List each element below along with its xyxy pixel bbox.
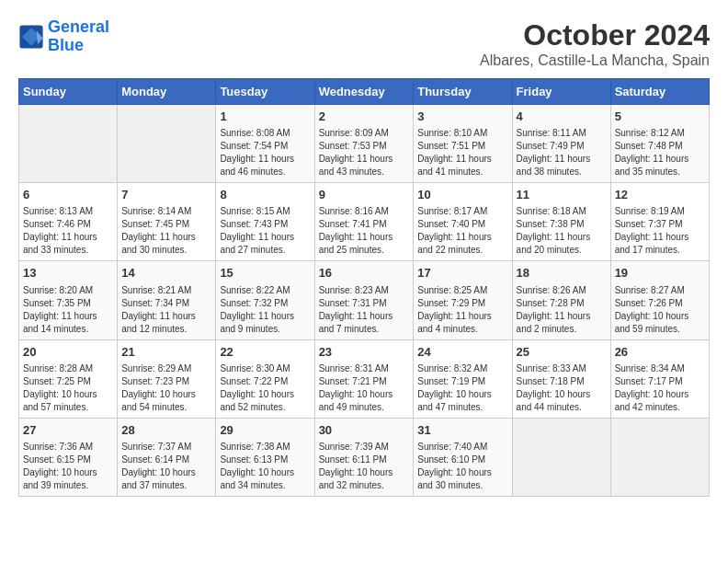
calendar-cell: 15Sunrise: 8:22 AM Sunset: 7:32 PM Dayli… bbox=[216, 261, 314, 339]
title-block: October 2024 Albares, Castille-La Mancha… bbox=[480, 18, 710, 69]
calendar-cell: 16Sunrise: 8:23 AM Sunset: 7:31 PM Dayli… bbox=[314, 261, 414, 339]
column-header-thursday: Thursday bbox=[414, 79, 512, 105]
day-info: Sunrise: 8:30 AM Sunset: 7:22 PM Dayligh… bbox=[220, 362, 310, 414]
day-number: 23 bbox=[319, 344, 410, 361]
calendar-cell bbox=[118, 105, 216, 183]
day-info: Sunrise: 8:33 AM Sunset: 7:18 PM Dayligh… bbox=[517, 362, 607, 414]
day-info: Sunrise: 7:38 AM Sunset: 6:13 PM Dayligh… bbox=[220, 441, 310, 492]
day-info: Sunrise: 8:28 AM Sunset: 7:25 PM Dayligh… bbox=[23, 362, 113, 414]
day-number: 6 bbox=[23, 187, 113, 203]
location-title: Albares, Castille-La Mancha, Spain bbox=[480, 52, 710, 69]
calendar-cell: 28Sunrise: 7:37 AM Sunset: 6:14 PM Dayli… bbox=[118, 418, 216, 496]
column-header-tuesday: Tuesday bbox=[216, 79, 314, 105]
calendar-cell bbox=[610, 418, 709, 496]
calendar-cell: 1Sunrise: 8:08 AM Sunset: 7:54 PM Daylig… bbox=[216, 105, 314, 183]
calendar-cell: 18Sunrise: 8:26 AM Sunset: 7:28 PM Dayli… bbox=[512, 261, 610, 339]
day-info: Sunrise: 8:15 AM Sunset: 7:43 PM Dayligh… bbox=[220, 205, 310, 257]
day-info: Sunrise: 8:09 AM Sunset: 7:53 PM Dayligh… bbox=[319, 127, 410, 178]
calendar-cell: 3Sunrise: 8:10 AM Sunset: 7:51 PM Daylig… bbox=[414, 105, 512, 183]
calendar-cell: 17Sunrise: 8:25 AM Sunset: 7:29 PM Dayli… bbox=[414, 261, 512, 339]
day-info: Sunrise: 8:19 AM Sunset: 7:37 PM Dayligh… bbox=[615, 205, 705, 257]
day-info: Sunrise: 8:14 AM Sunset: 7:45 PM Dayligh… bbox=[121, 205, 211, 257]
day-info: Sunrise: 8:17 AM Sunset: 7:40 PM Dayligh… bbox=[417, 205, 507, 257]
day-number: 26 bbox=[615, 344, 705, 361]
day-info: Sunrise: 8:34 AM Sunset: 7:17 PM Dayligh… bbox=[615, 362, 705, 414]
calendar-cell: 30Sunrise: 7:39 AM Sunset: 6:11 PM Dayli… bbox=[314, 418, 414, 496]
calendar-cell: 26Sunrise: 8:34 AM Sunset: 7:17 PM Dayli… bbox=[610, 339, 709, 418]
day-number: 14 bbox=[121, 265, 211, 282]
day-number: 15 bbox=[220, 265, 310, 282]
calendar-cell: 13Sunrise: 8:20 AM Sunset: 7:35 PM Dayli… bbox=[19, 261, 118, 339]
day-info: Sunrise: 8:27 AM Sunset: 7:26 PM Dayligh… bbox=[615, 284, 705, 336]
day-info: Sunrise: 8:12 AM Sunset: 7:48 PM Dayligh… bbox=[615, 127, 705, 178]
day-number: 20 bbox=[23, 344, 113, 361]
day-number: 16 bbox=[319, 265, 410, 282]
day-number: 22 bbox=[220, 344, 310, 361]
calendar-table: SundayMondayTuesdayWednesdayThursdayFrid… bbox=[18, 78, 710, 497]
day-number: 12 bbox=[615, 187, 705, 203]
column-header-monday: Monday bbox=[118, 79, 216, 105]
day-number: 4 bbox=[517, 109, 607, 125]
calendar-cell: 29Sunrise: 7:38 AM Sunset: 6:13 PM Dayli… bbox=[216, 418, 314, 496]
day-info: Sunrise: 8:23 AM Sunset: 7:31 PM Dayligh… bbox=[319, 284, 410, 336]
day-number: 5 bbox=[615, 109, 705, 125]
calendar-header-row: SundayMondayTuesdayWednesdayThursdayFrid… bbox=[19, 79, 710, 105]
day-info: Sunrise: 8:31 AM Sunset: 7:21 PM Dayligh… bbox=[319, 362, 410, 414]
day-info: Sunrise: 8:18 AM Sunset: 7:38 PM Dayligh… bbox=[517, 205, 607, 257]
day-number: 30 bbox=[319, 422, 410, 439]
day-number: 10 bbox=[417, 187, 507, 203]
column-header-sunday: Sunday bbox=[19, 79, 118, 105]
calendar-cell: 23Sunrise: 8:31 AM Sunset: 7:21 PM Dayli… bbox=[314, 339, 414, 418]
calendar-cell bbox=[512, 418, 610, 496]
day-info: Sunrise: 8:11 AM Sunset: 7:49 PM Dayligh… bbox=[517, 127, 607, 178]
calendar-week-row: 20Sunrise: 8:28 AM Sunset: 7:25 PM Dayli… bbox=[19, 339, 710, 418]
day-info: Sunrise: 8:22 AM Sunset: 7:32 PM Dayligh… bbox=[220, 284, 310, 336]
day-number: 28 bbox=[121, 422, 211, 439]
calendar-cell bbox=[19, 105, 118, 183]
calendar-cell: 19Sunrise: 8:27 AM Sunset: 7:26 PM Dayli… bbox=[610, 261, 709, 339]
day-number: 25 bbox=[517, 344, 607, 361]
day-number: 2 bbox=[319, 109, 410, 125]
day-info: Sunrise: 8:10 AM Sunset: 7:51 PM Dayligh… bbox=[417, 127, 507, 178]
calendar-cell: 25Sunrise: 8:33 AM Sunset: 7:18 PM Dayli… bbox=[512, 339, 610, 418]
calendar-cell: 11Sunrise: 8:18 AM Sunset: 7:38 PM Dayli… bbox=[512, 183, 610, 261]
day-number: 24 bbox=[417, 344, 507, 361]
logo: General Blue bbox=[18, 18, 109, 55]
day-number: 27 bbox=[23, 422, 113, 439]
calendar-cell: 20Sunrise: 8:28 AM Sunset: 7:25 PM Dayli… bbox=[19, 339, 118, 418]
calendar-cell: 7Sunrise: 8:14 AM Sunset: 7:45 PM Daylig… bbox=[118, 183, 216, 261]
day-number: 29 bbox=[220, 422, 310, 439]
day-number: 18 bbox=[517, 265, 607, 282]
day-number: 17 bbox=[417, 265, 507, 282]
calendar-cell: 22Sunrise: 8:30 AM Sunset: 7:22 PM Dayli… bbox=[216, 339, 314, 418]
day-info: Sunrise: 8:25 AM Sunset: 7:29 PM Dayligh… bbox=[417, 284, 507, 336]
column-header-saturday: Saturday bbox=[610, 79, 709, 105]
day-info: Sunrise: 8:21 AM Sunset: 7:34 PM Dayligh… bbox=[121, 284, 211, 336]
calendar-cell: 12Sunrise: 8:19 AM Sunset: 7:37 PM Dayli… bbox=[610, 183, 709, 261]
day-info: Sunrise: 8:20 AM Sunset: 7:35 PM Dayligh… bbox=[23, 284, 113, 336]
calendar-cell: 2Sunrise: 8:09 AM Sunset: 7:53 PM Daylig… bbox=[314, 105, 414, 183]
calendar-cell: 10Sunrise: 8:17 AM Sunset: 7:40 PM Dayli… bbox=[414, 183, 512, 261]
day-info: Sunrise: 7:36 AM Sunset: 6:15 PM Dayligh… bbox=[23, 441, 113, 492]
calendar-cell: 14Sunrise: 8:21 AM Sunset: 7:34 PM Dayli… bbox=[118, 261, 216, 339]
day-info: Sunrise: 8:16 AM Sunset: 7:41 PM Dayligh… bbox=[319, 205, 410, 257]
logo-icon bbox=[18, 24, 44, 50]
day-number: 31 bbox=[417, 422, 507, 439]
calendar-cell: 31Sunrise: 7:40 AM Sunset: 6:10 PM Dayli… bbox=[414, 418, 512, 496]
calendar-cell: 27Sunrise: 7:36 AM Sunset: 6:15 PM Dayli… bbox=[19, 418, 118, 496]
page-header: General Blue October 2024 Albares, Casti… bbox=[18, 18, 710, 69]
calendar-cell: 21Sunrise: 8:29 AM Sunset: 7:23 PM Dayli… bbox=[118, 339, 216, 418]
day-info: Sunrise: 7:39 AM Sunset: 6:11 PM Dayligh… bbox=[319, 441, 410, 492]
day-number: 19 bbox=[615, 265, 705, 282]
day-info: Sunrise: 8:13 AM Sunset: 7:46 PM Dayligh… bbox=[23, 205, 113, 257]
calendar-cell: 6Sunrise: 8:13 AM Sunset: 7:46 PM Daylig… bbox=[19, 183, 118, 261]
day-number: 21 bbox=[121, 344, 211, 361]
day-number: 8 bbox=[220, 187, 310, 203]
calendar-cell: 8Sunrise: 8:15 AM Sunset: 7:43 PM Daylig… bbox=[216, 183, 314, 261]
day-number: 7 bbox=[121, 187, 211, 203]
calendar-cell: 4Sunrise: 8:11 AM Sunset: 7:49 PM Daylig… bbox=[512, 105, 610, 183]
day-number: 9 bbox=[319, 187, 410, 203]
column-header-friday: Friday bbox=[512, 79, 610, 105]
calendar-week-row: 1Sunrise: 8:08 AM Sunset: 7:54 PM Daylig… bbox=[19, 105, 710, 183]
day-info: Sunrise: 8:08 AM Sunset: 7:54 PM Dayligh… bbox=[220, 127, 310, 178]
